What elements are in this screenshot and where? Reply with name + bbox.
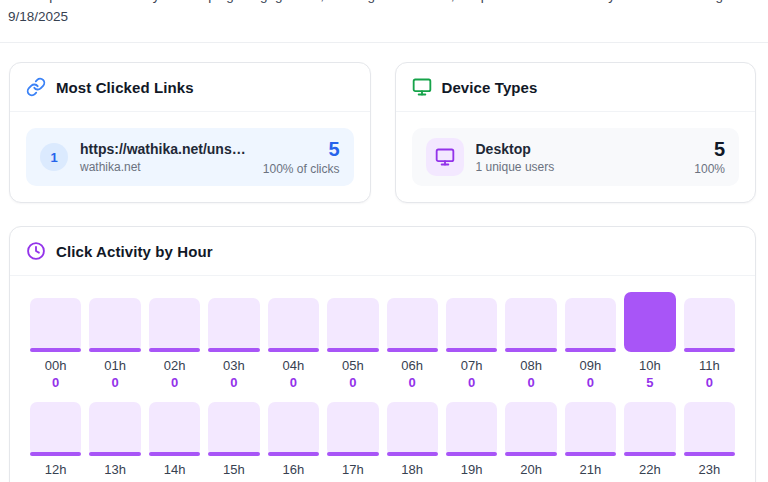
most-clicked-links-body: 1 https://wathika.net/unsubscribe wathik… — [10, 112, 370, 202]
hour-value: 0 — [268, 375, 319, 390]
hour-bar — [446, 298, 497, 352]
hour-cell: 05h 0 — [327, 292, 378, 390]
hour-bar — [327, 298, 378, 352]
hour-label: 09h — [565, 358, 616, 373]
hour-bar-wrap — [387, 396, 438, 456]
hour-bar — [149, 402, 200, 456]
hour-bar-wrap — [30, 292, 81, 352]
hour-bar — [387, 402, 438, 456]
hour-grid: 00h 0 01h 0 02h 0 03h 0 04h 0 05h 0 — [10, 276, 755, 482]
hour-value: 0 — [30, 375, 81, 390]
link-row: 1 https://wathika.net/unsubscribe wathik… — [26, 128, 354, 186]
clock-icon — [26, 241, 46, 261]
hour-bar — [565, 402, 616, 456]
hour-bar — [446, 402, 497, 456]
device-share: 100% — [694, 162, 725, 176]
hour-label: 01h — [89, 358, 140, 373]
device-row: Desktop 1 unique users 5 100% — [412, 128, 740, 186]
hour-cell: 06h 0 — [387, 292, 438, 390]
monitor-icon — [412, 77, 432, 97]
hour-cell: 00h 0 — [30, 292, 81, 390]
hour-bar-wrap — [624, 396, 675, 456]
hour-label: 10h — [624, 358, 675, 373]
hour-label: 22h — [624, 462, 675, 477]
hour-cell: 22h 0 — [624, 396, 675, 482]
link-info: https://wathika.net/unsubscribe wathika.… — [80, 141, 251, 174]
hour-cell: 21h 0 — [565, 396, 616, 482]
hour-cell: 09h 0 — [565, 292, 616, 390]
hour-bar-wrap — [446, 396, 497, 456]
hour-bar — [327, 402, 378, 456]
hour-cell: 17h 0 — [327, 396, 378, 482]
hour-label: 11h — [684, 358, 735, 373]
hour-label: 21h — [565, 462, 616, 477]
hour-bar-wrap — [327, 292, 378, 352]
hour-cell: 13h 0 — [89, 396, 140, 482]
hour-bar — [149, 298, 200, 352]
hour-bar-wrap — [327, 396, 378, 456]
hour-bar — [30, 402, 81, 456]
hour-bar-wrap — [268, 292, 319, 352]
hour-label: 16h — [268, 462, 319, 477]
hour-bar — [208, 402, 259, 456]
intro-paragraph: This report summarizes your campaign eng… — [8, 0, 760, 27]
device-types-body: Desktop 1 unique users 5 100% — [396, 112, 756, 202]
hour-bar-wrap — [89, 396, 140, 456]
hour-bar — [387, 298, 438, 352]
hour-bar-wrap — [684, 292, 735, 352]
hour-bar — [268, 298, 319, 352]
hour-bar — [505, 298, 556, 352]
device-stats: 5 100% — [694, 138, 725, 176]
section-divider — [0, 42, 768, 43]
hour-bar — [505, 402, 556, 456]
hour-bar-wrap — [565, 292, 616, 352]
hour-label: 17h — [327, 462, 378, 477]
hour-cell: 02h 0 — [149, 292, 200, 390]
hour-label: 05h — [327, 358, 378, 373]
report-date: 9/18/2025 — [8, 6, 760, 27]
hour-value: 0 — [387, 375, 438, 390]
hour-cell: 18h 0 — [387, 396, 438, 482]
device-name: Desktop — [476, 141, 683, 157]
hour-label: 08h — [505, 358, 556, 373]
hour-cell: 20h 0 — [505, 396, 556, 482]
device-count: 5 — [694, 138, 725, 160]
hour-label: 18h — [387, 462, 438, 477]
hour-bar-wrap — [208, 292, 259, 352]
hour-bar — [684, 298, 735, 352]
hour-bar-wrap — [268, 396, 319, 456]
hour-bar — [624, 402, 675, 456]
desktop-icon — [426, 138, 464, 176]
hour-label: 20h — [505, 462, 556, 477]
device-users: 1 unique users — [476, 160, 683, 174]
hour-bar-wrap — [505, 396, 556, 456]
hour-bar — [30, 298, 81, 352]
link-icon — [26, 77, 46, 97]
most-clicked-links-title: Most Clicked Links — [56, 79, 194, 96]
hour-bar-wrap — [89, 292, 140, 352]
hour-bar-wrap — [505, 292, 556, 352]
hour-cell: 11h 0 — [684, 292, 735, 390]
hour-value: 0 — [89, 375, 140, 390]
link-click-share: 100% of clicks — [263, 162, 340, 176]
link-click-count: 5 — [263, 138, 340, 160]
hour-value: 0 — [446, 375, 497, 390]
hour-cell: 19h 0 — [446, 396, 497, 482]
hour-bar — [89, 402, 140, 456]
hour-label: 19h — [446, 462, 497, 477]
hour-label: 02h — [149, 358, 200, 373]
hour-label: 04h — [268, 358, 319, 373]
hour-cell: 16h 0 — [268, 396, 319, 482]
device-types-title: Device Types — [442, 79, 538, 96]
hour-cell: 04h 0 — [268, 292, 319, 390]
most-clicked-links-header: Most Clicked Links — [10, 63, 370, 112]
hour-cell: 10h 5 — [624, 292, 675, 390]
most-clicked-links-card: Most Clicked Links 1 https://wathika.net… — [9, 62, 371, 203]
hour-bar-wrap — [624, 292, 675, 352]
hour-value: 0 — [327, 375, 378, 390]
hour-cell: 03h 0 — [208, 292, 259, 390]
hour-cell: 14h 0 — [149, 396, 200, 482]
hour-bar — [565, 298, 616, 352]
hour-value: 0 — [505, 375, 556, 390]
intro-clipped-line: This report summarizes your campaign eng… — [8, 0, 760, 6]
